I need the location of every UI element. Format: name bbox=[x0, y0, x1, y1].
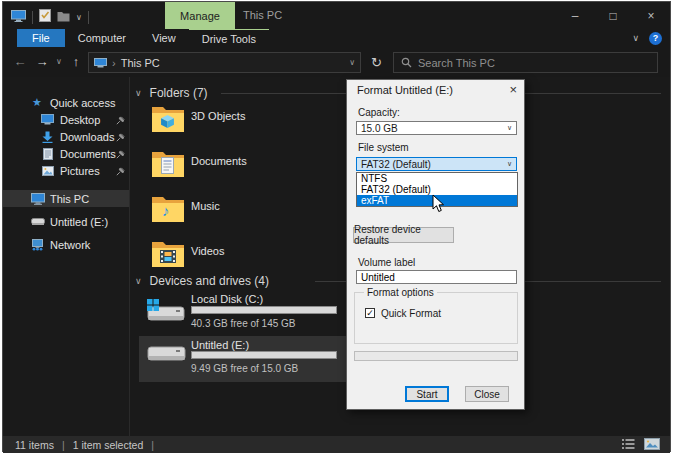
start-button[interactable]: Start bbox=[405, 386, 449, 402]
drive-icon bbox=[31, 217, 45, 226]
sidebar-item-documents[interactable]: Documents bbox=[3, 145, 129, 162]
sidebar-item-label: Quick access bbox=[50, 97, 115, 109]
maximize-button[interactable]: □ bbox=[594, 2, 632, 29]
filesystem-combobox[interactable]: FAT32 (Default) ∨ bbox=[356, 157, 517, 171]
quick-format-label: Quick Format bbox=[381, 308, 441, 319]
format-progress-bar bbox=[354, 351, 518, 361]
thumbnails-view-icon[interactable] bbox=[644, 438, 660, 452]
search-box[interactable] bbox=[393, 52, 658, 73]
up-icon[interactable]: ↑ bbox=[67, 47, 85, 77]
folder-icon bbox=[151, 240, 185, 269]
sidebar-item-desktop[interactable]: Desktop bbox=[3, 111, 129, 128]
folder-icon bbox=[151, 150, 185, 179]
sidebar-item-label: Desktop bbox=[60, 114, 100, 126]
details-view-icon[interactable] bbox=[622, 438, 636, 452]
restore-defaults-button[interactable]: Restore device defaults bbox=[353, 227, 454, 243]
close-button[interactable]: × bbox=[632, 2, 670, 29]
group-title: Devices and drives (4) bbox=[150, 274, 269, 288]
status-separator: | bbox=[151, 439, 154, 451]
hard-drive-icon bbox=[146, 343, 187, 371]
desktop-icon bbox=[41, 114, 54, 125]
format-dialog: Format Untitled (E:) × Capacity: 15.0 GB… bbox=[346, 79, 525, 410]
toolbar-separator bbox=[32, 11, 33, 24]
breadcrumb[interactable]: This PC bbox=[121, 57, 160, 69]
dropdown-option-ntfs[interactable]: NTFS bbox=[357, 173, 517, 184]
downloads-icon bbox=[42, 131, 53, 143]
body: ★ Quick access Desktop Downloads bbox=[3, 77, 670, 436]
sidebar-item-pictures[interactable]: Pictures bbox=[3, 162, 129, 179]
drives-group-header[interactable]: ∨ Devices and drives (4) bbox=[135, 274, 269, 288]
window-controls: – □ × bbox=[556, 2, 670, 29]
new-folder-icon[interactable] bbox=[57, 8, 70, 26]
sidebar-item-label: Downloads bbox=[60, 131, 114, 143]
sidebar-item-label: Network bbox=[50, 239, 90, 251]
forward-icon[interactable]: → bbox=[33, 47, 51, 77]
status-separator: | bbox=[62, 439, 65, 451]
volume-label-label: Volume label bbox=[358, 257, 415, 268]
volume-label-input[interactable] bbox=[356, 270, 517, 284]
pin-icon bbox=[116, 166, 125, 178]
selected-count: 1 item selected bbox=[73, 439, 144, 451]
search-input[interactable] bbox=[418, 57, 650, 69]
this-pc-icon bbox=[31, 193, 45, 205]
items-count: 11 items bbox=[15, 439, 54, 451]
sidebar-item-downloads[interactable]: Downloads bbox=[3, 128, 129, 145]
filesystem-label: File system bbox=[358, 142, 409, 153]
sidebar-item-untitled-e[interactable]: Untitled (E:) bbox=[3, 213, 129, 230]
folder-icon: ♪ bbox=[151, 195, 185, 224]
refresh-icon[interactable]: ↻ bbox=[366, 52, 387, 73]
properties-icon[interactable] bbox=[39, 8, 51, 26]
documents-icon bbox=[43, 148, 53, 160]
collapse-group-chevron-icon[interactable]: ∨ bbox=[135, 276, 142, 286]
explorer-window: ∨ Manage This PC – □ × File Computer Vie… bbox=[2, 1, 671, 452]
mouse-cursor bbox=[432, 194, 445, 217]
folder-label: Music bbox=[191, 200, 220, 212]
format-options-group: Format options ✓ Quick Format bbox=[354, 292, 518, 344]
address-bar: ← → ∨ ↑ › This PC ∨ ↻ bbox=[3, 47, 670, 77]
tab-view[interactable]: View bbox=[139, 29, 189, 47]
pin-icon bbox=[116, 132, 125, 144]
sidebar-item-label: This PC bbox=[50, 193, 89, 205]
film-strip-icon bbox=[160, 249, 176, 267]
free-space-label: 9.49 GB free of 15.0 GB bbox=[191, 363, 298, 374]
minimize-button[interactable]: – bbox=[556, 2, 594, 29]
free-space-label: 40.3 GB free of 145 GB bbox=[191, 318, 296, 329]
folder-label: Videos bbox=[191, 245, 224, 257]
document-page-icon bbox=[161, 157, 174, 178]
quick-access-toolbar: ∨ bbox=[11, 8, 89, 26]
drive-label: Local Disk (C:) bbox=[191, 293, 263, 305]
tab-file[interactable]: File bbox=[17, 29, 65, 47]
capacity-bar bbox=[191, 351, 337, 359]
dialog-close-icon[interactable]: × bbox=[509, 82, 517, 97]
customize-toolbar-chevron-icon[interactable]: ∨ bbox=[76, 13, 82, 22]
address-dropdown-chevron-icon[interactable]: ∨ bbox=[349, 58, 355, 67]
this-pc-icon bbox=[11, 8, 26, 26]
sidebar-item-this-pc[interactable]: This PC bbox=[3, 190, 129, 207]
tab-drive-tools[interactable]: Drive Tools bbox=[189, 29, 269, 47]
close-dialog-button[interactable]: Close bbox=[465, 386, 509, 402]
sidebar-item-network[interactable]: Network bbox=[3, 236, 129, 253]
search-icon bbox=[401, 54, 412, 72]
network-icon bbox=[31, 239, 44, 251]
collapse-group-chevron-icon[interactable]: ∨ bbox=[135, 88, 142, 98]
folder-icon bbox=[151, 105, 185, 134]
recent-locations-chevron-icon[interactable]: ∨ bbox=[53, 47, 65, 77]
capacity-combobox[interactable]: 15.0 GB ∨ bbox=[356, 121, 517, 135]
dialog-title: Format Untitled (E:) bbox=[357, 84, 453, 96]
window-title: This PC bbox=[243, 2, 282, 29]
sidebar-item-quick-access[interactable]: ★ Quick access bbox=[3, 94, 129, 111]
quick-format-checkbox[interactable]: ✓ bbox=[365, 308, 375, 318]
folders-group-header[interactable]: ∨ Folders (7) bbox=[135, 86, 208, 100]
sidebar-item-label: Untitled (E:) bbox=[50, 216, 108, 228]
toolbar-separator bbox=[88, 11, 89, 24]
pin-icon bbox=[116, 149, 125, 161]
address-field[interactable]: › This PC ∨ bbox=[88, 52, 361, 73]
back-icon[interactable]: ← bbox=[11, 47, 29, 77]
drive-label: Untitled (E:) bbox=[191, 339, 249, 351]
tab-computer[interactable]: Computer bbox=[65, 29, 139, 47]
manage-contextual-tab[interactable]: Manage bbox=[165, 2, 235, 29]
expand-ribbon-chevron-icon[interactable]: ∨ bbox=[632, 33, 639, 43]
help-icon[interactable]: ? bbox=[649, 32, 662, 45]
group-title: Folders (7) bbox=[150, 86, 208, 100]
title-bar: ∨ Manage This PC – □ × bbox=[3, 2, 670, 29]
